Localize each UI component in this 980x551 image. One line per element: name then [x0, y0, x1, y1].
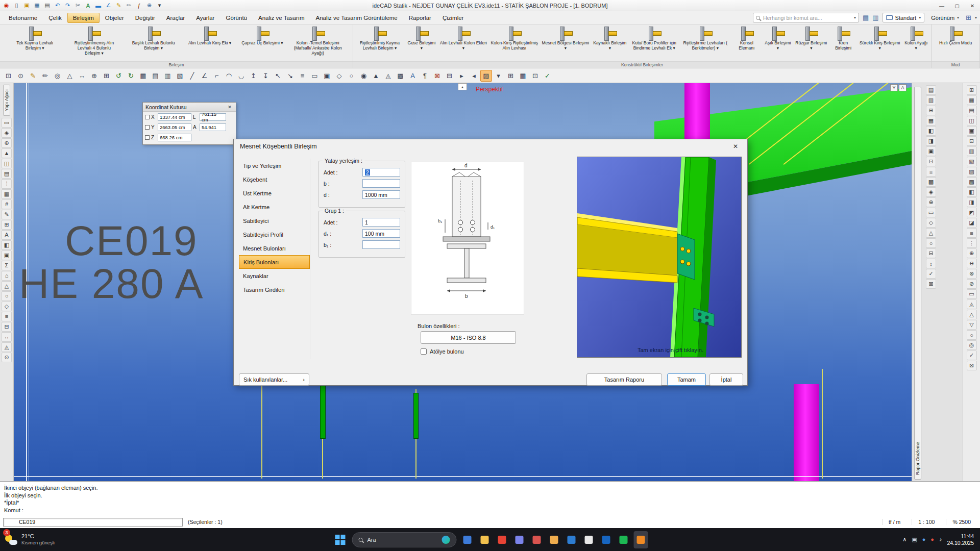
- right-toolbar-icon[interactable]: ◩: [967, 208, 977, 217]
- right-toolbar-icon[interactable]: ▥: [926, 95, 936, 105]
- drawing-tool-icon[interactable]: ▭: [309, 70, 321, 82]
- right-toolbar-icon[interactable]: ⊗: [967, 269, 977, 279]
- right-toolbar-icon[interactable]: ⊞: [926, 106, 936, 115]
- tray-icon[interactable]: ♪: [939, 536, 942, 543]
- taskbar-app-icon[interactable]: [582, 531, 596, 548]
- coordinate-box-title-bar[interactable]: Koordinat Kutusu ✕: [143, 103, 236, 112]
- drawing-tool-icon[interactable]: ▧: [174, 70, 186, 82]
- dialog-sidebar-item[interactable]: Tip ve Yerleşim: [239, 159, 310, 172]
- left-toolbar-icon[interactable]: ⋮: [2, 179, 12, 189]
- y-lock-checkbox[interactable]: [145, 125, 150, 130]
- right-toolbar-icon[interactable]: ▦: [967, 95, 977, 105]
- right-toolbar-icon[interactable]: ○: [967, 330, 977, 340]
- standart-combo[interactable]: Standart ▾: [883, 13, 925, 22]
- ribbon-button[interactable]: Kutu/ Boru Profiller için Bindirme Levha…: [629, 26, 680, 52]
- right-toolbar-icon[interactable]: ▭: [926, 208, 936, 217]
- right-toolbar-icon[interactable]: ◬: [967, 299, 977, 309]
- drawing-tool-icon[interactable]: ▥: [162, 70, 174, 82]
- taskbar-app-icon[interactable]: [530, 531, 544, 548]
- l-coordinate-field[interactable]: 761.15 cm: [200, 113, 226, 121]
- drawing-tool-icon[interactable]: ▨: [480, 70, 492, 82]
- drawing-tool-icon[interactable]: ◉: [358, 70, 370, 82]
- ribbon-button[interactable]: Mesnet Bölgesi Birleşimi ▾: [540, 26, 591, 52]
- quick-access-icon[interactable]: ▯: [12, 1, 21, 10]
- ribbon-button[interactable]: Rijitleştirme Levhaları ( Berkitmeler) ▾: [680, 26, 731, 52]
- drawing-tool-icon[interactable]: ▲: [370, 70, 382, 82]
- right-toolbar-icon[interactable]: ◧: [926, 126, 936, 136]
- right-toolbar-icon[interactable]: ▭: [967, 289, 977, 299]
- ribbon-button[interactable]: Çapraz Uç Birleşimi ▾: [240, 26, 284, 47]
- menu-item[interactable]: Analiz ve Tasarım Görüntüleme: [310, 13, 403, 23]
- drawing-tool-icon[interactable]: ⊡: [3, 70, 14, 82]
- drawing-tool-icon[interactable]: ⊕: [88, 70, 100, 82]
- dialog-sidebar-item[interactable]: Alt Kertme: [239, 200, 310, 214]
- left-toolbar-icon[interactable]: ◇: [2, 302, 12, 311]
- right-toolbar-icon[interactable]: ⊠: [926, 279, 936, 289]
- x-lock-checkbox[interactable]: [145, 115, 150, 119]
- left-toolbar-icon[interactable]: ▦: [2, 189, 12, 199]
- tray-icon[interactable]: ∧: [902, 536, 906, 543]
- drawing-tool-icon[interactable]: ⊡: [529, 70, 541, 82]
- drawing-tool-icon[interactable]: ◠: [223, 70, 235, 82]
- drawing-tool-icon[interactable]: ▩: [395, 70, 406, 82]
- quick-access-icon[interactable]: ▣: [22, 1, 31, 10]
- quick-access-icon[interactable]: ✂: [74, 1, 82, 10]
- right-toolbar-icon[interactable]: ⊕: [967, 248, 977, 258]
- left-toolbar-icon[interactable]: ⊕: [2, 138, 12, 148]
- y-coordinate-field[interactable]: 2663.05 cm: [158, 123, 191, 131]
- ribbon-button[interactable]: Konsol Elemanı: [731, 26, 763, 52]
- dialog-sidebar-item[interactable]: Köşebent: [239, 172, 310, 186]
- units-indicator[interactable]: tf / m: [882, 519, 906, 525]
- grup1-adet-input[interactable]: 1: [362, 218, 400, 227]
- drawing-tool-icon[interactable]: ✓: [542, 70, 553, 82]
- right-toolbar-icon[interactable]: ⊡: [926, 157, 936, 166]
- right-toolbar-icon[interactable]: ✓: [926, 269, 936, 279]
- tray-icon[interactable]: ●: [930, 536, 934, 543]
- viewport-corner-button[interactable]: Y: [890, 84, 898, 91]
- drawing-tool-icon[interactable]: ✏: [39, 70, 51, 82]
- right-toolbar-icon[interactable]: ▽: [967, 320, 977, 330]
- menu-item[interactable]: Görüntü: [220, 13, 253, 23]
- left-toolbar-icon[interactable]: ▲: [2, 148, 12, 158]
- quick-access-icon[interactable]: ⊕: [145, 1, 154, 10]
- left-toolbar-icon[interactable]: ⌂: [2, 271, 12, 281]
- dialog-sidebar-item[interactable]: Kaynaklar: [239, 269, 310, 283]
- right-toolbar-icon[interactable]: △: [926, 228, 936, 238]
- ribbon-button[interactable]: Hızlı Çizim Modu: [938, 26, 973, 47]
- atolye-bulonu-checkbox[interactable]: [421, 348, 427, 355]
- drawing-tool-icon[interactable]: ▦: [517, 70, 529, 82]
- dialog-sidebar-item[interactable]: Sabitleyici: [239, 214, 310, 228]
- right-toolbar-icon[interactable]: ⊠: [967, 361, 977, 370]
- clock[interactable]: 11:44 24.10.2025: [947, 533, 974, 546]
- dialog-sidebar-item[interactable]: Mesnet Bulonları: [239, 241, 310, 255]
- left-toolbar-icon[interactable]: ⊙: [2, 353, 12, 362]
- drawing-tool-icon[interactable]: △: [64, 70, 76, 82]
- quick-access-icon[interactable]: ↷: [63, 1, 72, 10]
- left-toolbar-icon[interactable]: ✎: [2, 210, 12, 219]
- d-input[interactable]: 1000 mm: [362, 190, 400, 199]
- right-toolbar-icon[interactable]: ✓: [967, 350, 977, 360]
- quick-access-icon[interactable]: ▬: [94, 1, 103, 10]
- drawing-tool-icon[interactable]: ↥: [248, 70, 259, 82]
- ribbon-button[interactable]: Sürekli Kiriş Birleşimi ▾: [857, 26, 902, 52]
- ribbon-button[interactable]: Rijitleştirilmiş Kayma Levhalı Birleşim …: [354, 26, 405, 52]
- dialog-sidebar-item[interactable]: Üst Kertme: [239, 186, 310, 200]
- ribbon-button[interactable]: Guse Birleşimi ▾: [405, 26, 438, 52]
- gorunum-menu[interactable]: Görünüm ▾: [928, 13, 962, 22]
- right-toolbar-icon[interactable]: ↕: [926, 259, 936, 268]
- left-toolbar-icon[interactable]: △: [2, 281, 12, 291]
- quick-access-icon[interactable]: ◉: [2, 1, 11, 10]
- drawing-tool-icon[interactable]: ╱: [186, 70, 198, 82]
- menu-item[interactable]: Objeler: [100, 13, 130, 23]
- right-toolbar-icon[interactable]: ⊡: [967, 136, 977, 146]
- right-toolbar-icon[interactable]: △: [967, 310, 977, 319]
- right-toolbar-icon[interactable]: ◧: [967, 187, 977, 197]
- menu-item[interactable]: Araçlar: [161, 13, 190, 23]
- close-icon[interactable]: ✕: [730, 142, 741, 151]
- left-toolbar-icon[interactable]: Σ: [2, 261, 12, 270]
- drawing-tool-icon[interactable]: ↖: [272, 70, 284, 82]
- ribbon-button[interactable]: Kren Birleşimi: [829, 26, 857, 52]
- ribbon-button[interactable]: Kolon-Kiriş Rijitleştirilmiş Alın Levhas…: [489, 26, 540, 52]
- b1-input[interactable]: [362, 240, 400, 249]
- left-toolbar-icon[interactable]: A: [2, 230, 12, 240]
